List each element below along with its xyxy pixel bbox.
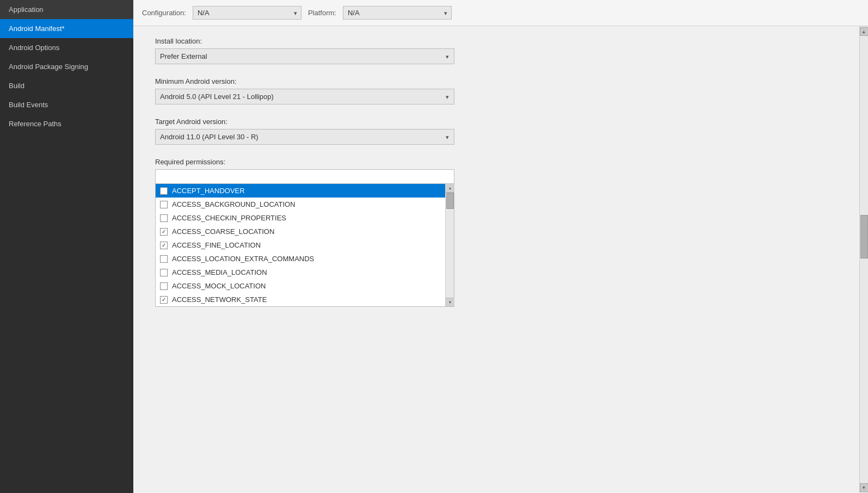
platform-select-wrapper: N/A — [343, 6, 452, 20]
install-location-group: Install location: Prefer External Auto I… — [155, 37, 838, 64]
perm-label-accept_handover: ACCEPT_HANDOVER — [172, 187, 245, 195]
content-area: Install location: Prefer External Auto I… — [133, 26, 868, 493]
perm-scroll-thumb[interactable] — [446, 193, 454, 209]
permissions-scrollbar: ▴ ▾ — [445, 184, 454, 306]
toolbar: Configuration: N/A Platform: N/A — [133, 0, 868, 26]
sidebar-item-android-manifest[interactable]: Android Manifest* — [0, 19, 133, 38]
form-panel: Install location: Prefer External Auto I… — [133, 26, 859, 493]
perm-checkbox-access_media_location[interactable] — [160, 269, 168, 276]
main-content: Configuration: N/A Platform: N/A Install… — [133, 0, 868, 493]
perm-checkbox-access_fine_location[interactable] — [160, 242, 168, 249]
permissions-label: Required permissions: — [155, 158, 838, 166]
sidebar-item-application[interactable]: Application — [0, 0, 133, 19]
min-android-label: Minimum Android version: — [155, 77, 838, 85]
permission-item-accept_handover[interactable]: ACCEPT_HANDOVER — [156, 184, 445, 198]
sidebar-item-build-events[interactable]: Build Events — [0, 95, 133, 114]
scroll-down-btn[interactable]: ▾ — [860, 483, 869, 492]
permissions-list: ACCEPT_HANDOVERACCESS_BACKGROUND_LOCATIO… — [156, 184, 445, 306]
permission-item-access_coarse_location[interactable]: ACCESS_COARSE_LOCATION — [156, 225, 445, 238]
permission-item-access_checkin_properties[interactable]: ACCESS_CHECKIN_PROPERTIES — [156, 211, 445, 225]
sidebar-item-android-options[interactable]: Android Options — [0, 38, 133, 57]
perm-label-access_checkin_properties: ACCESS_CHECKIN_PROPERTIES — [172, 214, 286, 222]
target-android-select-wrapper: Android 11.0 (API Level 30 - R) — [155, 129, 454, 145]
sidebar-item-android-package-signing[interactable]: Android Package Signing — [0, 57, 133, 76]
sidebar: Application Android Manifest* Android Op… — [0, 0, 133, 493]
scroll-up-btn[interactable]: ▴ — [860, 27, 869, 36]
main-scrollbar: ▴ ▾ — [859, 26, 868, 493]
perm-label-access_fine_location: ACCESS_FINE_LOCATION — [172, 241, 261, 249]
scroll-thumb[interactable] — [860, 215, 868, 258]
perm-checkbox-access_checkin_properties[interactable] — [160, 214, 168, 222]
min-android-select-wrapper: Android 5.0 (API Level 21 - Lollipop) — [155, 89, 454, 104]
min-android-select[interactable]: Android 5.0 (API Level 21 - Lollipop) — [155, 89, 454, 104]
perm-checkbox-access_mock_location[interactable] — [160, 282, 168, 290]
perm-label-access_mock_location: ACCESS_MOCK_LOCATION — [172, 282, 266, 290]
platform-label: Platform: — [308, 9, 336, 17]
perm-checkbox-access_network_state[interactable] — [160, 296, 168, 304]
install-location-select-wrapper: Prefer External Auto Internal Only — [155, 48, 454, 64]
permissions-group: Required permissions: ACCEPT_HANDOVERACC… — [155, 158, 838, 307]
perm-label-access_coarse_location: ACCESS_COARSE_LOCATION — [172, 227, 274, 236]
configuration-select-wrapper: N/A — [193, 6, 301, 20]
perm-checkbox-accept_handover[interactable] — [160, 187, 168, 195]
permission-item-access_fine_location[interactable]: ACCESS_FINE_LOCATION — [156, 238, 445, 252]
perm-scroll-track — [446, 193, 454, 298]
permission-item-access_network_state[interactable]: ACCESS_NETWORK_STATE — [156, 293, 445, 306]
install-location-label: Install location: — [155, 37, 838, 45]
configuration-label: Configuration: — [142, 9, 186, 17]
perm-scroll-up-btn[interactable]: ▴ — [446, 184, 454, 193]
target-android-label: Target Android version: — [155, 118, 838, 126]
scroll-track — [860, 36, 869, 483]
perm-label-access_media_location: ACCESS_MEDIA_LOCATION — [172, 268, 267, 276]
permission-item-access_mock_location[interactable]: ACCESS_MOCK_LOCATION — [156, 279, 445, 293]
perm-checkbox-access_coarse_location[interactable] — [160, 228, 168, 236]
perm-label-access_background_location: ACCESS_BACKGROUND_LOCATION — [172, 200, 296, 208]
install-location-select[interactable]: Prefer External Auto Internal Only — [155, 48, 454, 64]
platform-select[interactable]: N/A — [343, 6, 452, 20]
target-android-select[interactable]: Android 11.0 (API Level 30 - R) — [155, 129, 454, 145]
perm-checkbox-access_location_extra_commands[interactable] — [160, 255, 168, 263]
sidebar-item-build[interactable]: Build — [0, 76, 133, 95]
permission-item-access_media_location[interactable]: ACCESS_MEDIA_LOCATION — [156, 266, 445, 279]
target-android-group: Target Android version: Android 11.0 (AP… — [155, 118, 838, 145]
permissions-list-container: ACCEPT_HANDOVERACCESS_BACKGROUND_LOCATIO… — [155, 184, 454, 307]
permission-item-access_location_extra_commands[interactable]: ACCESS_LOCATION_EXTRA_COMMANDS — [156, 252, 445, 266]
configuration-select[interactable]: N/A — [193, 6, 301, 20]
perm-checkbox-access_background_location[interactable] — [160, 201, 168, 208]
perm-label-access_network_state: ACCESS_NETWORK_STATE — [172, 295, 267, 304]
permissions-search[interactable] — [155, 169, 454, 184]
permission-item-access_background_location[interactable]: ACCESS_BACKGROUND_LOCATION — [156, 198, 445, 211]
sidebar-item-reference-paths[interactable]: Reference Paths — [0, 114, 133, 133]
min-android-group: Minimum Android version: Android 5.0 (AP… — [155, 77, 838, 104]
perm-label-access_location_extra_commands: ACCESS_LOCATION_EXTRA_COMMANDS — [172, 255, 314, 263]
perm-scroll-down-btn[interactable]: ▾ — [446, 298, 454, 306]
